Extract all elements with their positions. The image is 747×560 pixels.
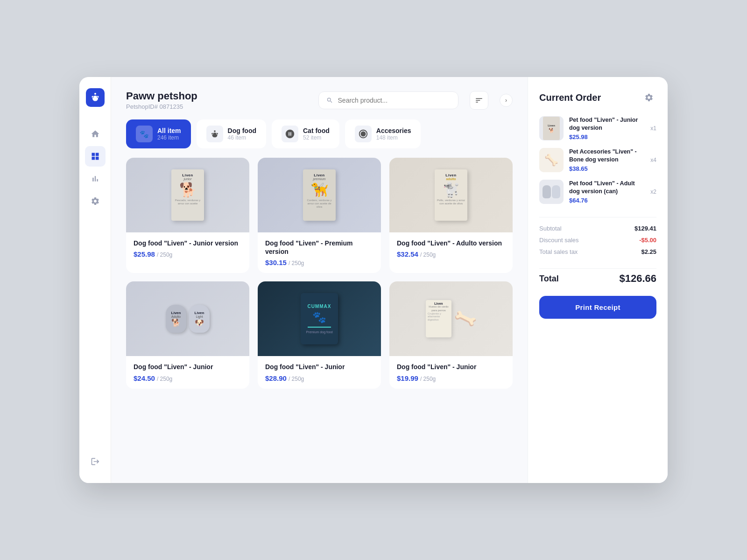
cat-food-icon [282, 126, 298, 142]
product-image-4: Liven Adulto 🐕 Liven Light 🐶 [126, 281, 249, 356]
product-name-4: Dog food "Liven" - Junior [134, 363, 242, 371]
product-image-1: Liven junior 🐕 Pescado, verduras y arroz… [126, 158, 249, 232]
sidebar [79, 77, 111, 483]
order-item-details-3: Pet food "Liven" - Adult dog version (ca… [569, 180, 645, 204]
main-content: Paww petshop PetshopID# 0871235 › 🐾 [111, 77, 528, 483]
order-item-image-2: 🦴 [539, 148, 564, 172]
shop-info: Paww petshop PetshopID# 0871235 [126, 90, 307, 110]
product-unit-1: / 250g [157, 252, 172, 258]
accessories-count: 148 item [376, 134, 411, 141]
tab-all-items[interactable]: 🐾 All item 246 item [126, 119, 191, 148]
tab-cat-food[interactable]: Cat food 52 item [272, 119, 339, 148]
total-value: $126.66 [619, 273, 656, 285]
discount-label: Discount sales [539, 237, 579, 244]
tax-label: Total sales tax [539, 248, 578, 255]
product-card-3[interactable]: Liven adulto 🐩 Pollo, verduras y arroz c… [389, 158, 513, 273]
dog-food-count: 46 item [228, 134, 256, 141]
order-item-name-1: Pet food "Liven" - Junior dog version [569, 116, 645, 132]
product-info-1: Dog food "Liven" - Junior version $25.98… [126, 232, 249, 265]
tab-accessories[interactable]: Accesories 148 item [345, 119, 421, 148]
order-item-name-3: Pet food "Liven" - Adult dog version (ca… [569, 180, 645, 195]
shop-name: Paww petshop [126, 90, 307, 102]
products-area: Liven junior 🐕 Pescado, verduras y arroz… [111, 158, 528, 483]
cat-food-label: Cat food [303, 127, 330, 134]
app-logo [86, 88, 105, 107]
search-bar[interactable] [318, 91, 458, 109]
order-item-details-2: Pet Accesories "Liven" - Bone dog versio… [569, 148, 645, 172]
order-item-name-2: Pet Accesories "Liven" - Bone dog versio… [569, 148, 645, 163]
sidebar-nav [85, 124, 106, 448]
cat-food-count: 52 item [303, 134, 330, 141]
all-items-count: 246 item [157, 134, 181, 141]
product-name-5: Dog food "Liven" - Junior [265, 363, 374, 371]
total-row: Total $126.66 [539, 273, 656, 285]
order-item-image-3 [539, 180, 564, 204]
product-unit-2: / 250g [289, 260, 304, 266]
product-card-6[interactable]: Liven Hueso de cerdo para perros Crujien… [389, 281, 513, 388]
product-info-2: Dog food "Liven" - Premium version $30.1… [258, 232, 381, 273]
product-image-5: CUMMAX 🐾 Premium dog food [258, 281, 381, 356]
order-item-qty-1: x1 [650, 125, 656, 132]
sidebar-item-settings[interactable] [85, 191, 106, 211]
sidebar-item-grid[interactable] [85, 146, 106, 167]
order-item-price-1: $25.98 [569, 133, 645, 140]
shop-id: PetshopID# 0871235 [126, 103, 307, 110]
product-card-2[interactable]: Liven premium 🦮 Cordero, verduras y arro… [258, 158, 381, 273]
accessories-icon [355, 126, 372, 142]
subtotal-label: Subtotal [539, 225, 562, 232]
order-items: Liven🐕 Pet food "Liven" - Junior dog ver… [539, 116, 656, 204]
product-name-2: Dog food "Liven" - Premium version [265, 239, 374, 256]
settings-button[interactable] [641, 90, 656, 105]
product-name-1: Dog food "Liven" - Junior version [134, 239, 242, 247]
order-item-details-1: Pet food "Liven" - Junior dog version $2… [569, 116, 645, 140]
product-card-1[interactable]: Liven junior 🐕 Pescado, verduras y arroz… [126, 158, 249, 273]
product-unit-6: / 250g [420, 376, 436, 382]
tax-value: $2.25 [641, 248, 656, 255]
order-item-image-1: Liven🐕 [539, 116, 564, 140]
product-unit-4: / 250g [157, 376, 172, 382]
product-card-4[interactable]: Liven Adulto 🐕 Liven Light 🐶 [126, 281, 249, 388]
product-image-3: Liven adulto 🐩 Pollo, verduras y arroz c… [389, 158, 513, 232]
collapse-panel-button[interactable]: › [500, 94, 513, 107]
product-name-3: Dog food "Liven" - Adulto version [397, 239, 505, 247]
product-image-2: Liven premium 🦮 Cordero, verduras y arro… [258, 158, 381, 232]
product-price-4: $24.50 [134, 374, 155, 382]
app-window: Paww petshop PetshopID# 0871235 › 🐾 [79, 77, 668, 483]
dog-food-label: Dog food [228, 127, 256, 134]
product-info-3: Dog food "Liven" - Adulto version $32.54… [389, 232, 513, 265]
search-input[interactable] [338, 97, 451, 104]
total-label: Total [539, 274, 559, 284]
order-summary: Subtotal $129.41 Discount sales -$5.00 T… [539, 225, 656, 255]
tab-dog-food[interactable]: Dog food 46 item [197, 119, 266, 148]
product-info-4: Dog food "Liven" - Junior $24.50 / 250g [126, 356, 249, 388]
order-item-1: Liven🐕 Pet food "Liven" - Junior dog ver… [539, 116, 656, 140]
sidebar-item-chart[interactable] [85, 168, 106, 189]
product-info-6: Dog food "Liven" - Junior $19.99 / 250g [389, 356, 513, 388]
product-unit-3: / 250g [420, 252, 436, 258]
order-item-price-3: $64.76 [569, 197, 645, 204]
discount-row: Discount sales -$5.00 [539, 237, 656, 244]
all-items-label: All item [157, 127, 181, 134]
order-title: Current Order [539, 92, 601, 103]
product-price-5: $28.90 [265, 374, 287, 382]
product-unit-5: / 250g [289, 376, 304, 382]
product-price-1: $25.98 [134, 250, 155, 258]
product-image-6: Liven Hueso de cerdo para perros Crujien… [389, 281, 513, 356]
order-item-2: 🦴 Pet Accesories "Liven" - Bone dog vers… [539, 148, 656, 172]
accessories-label: Accesories [376, 127, 411, 134]
search-icon [326, 97, 333, 104]
order-item-price-2: $38.65 [569, 165, 645, 172]
filter-button[interactable] [470, 91, 488, 110]
print-receipt-button[interactable]: Print Receipt [539, 296, 656, 319]
sidebar-item-home[interactable] [85, 124, 106, 144]
order-header: Current Order [539, 90, 656, 105]
tax-row: Total sales tax $2.25 [539, 248, 656, 255]
subtotal-value: $129.41 [634, 225, 656, 232]
all-items-icon: 🐾 [136, 126, 153, 142]
discount-value: -$5.00 [639, 237, 656, 244]
order-item-qty-3: x2 [650, 189, 656, 195]
order-divider [539, 217, 656, 217]
sidebar-item-logout[interactable] [85, 451, 106, 472]
products-grid: Liven junior 🐕 Pescado, verduras y arroz… [126, 158, 513, 389]
product-card-5[interactable]: CUMMAX 🐾 Premium dog food Dog food "Live… [258, 281, 381, 388]
